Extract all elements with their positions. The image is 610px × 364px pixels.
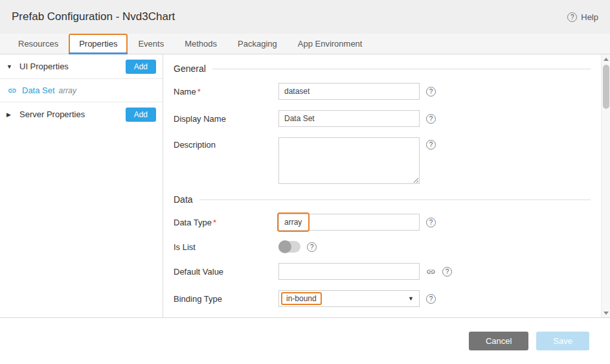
description-textarea[interactable] <box>278 137 420 184</box>
help-icon[interactable]: ? <box>426 114 436 124</box>
field-label: Default Value <box>174 267 278 277</box>
group-label: UI Properties <box>19 62 126 71</box>
field-name: Name* ? <box>174 83 591 100</box>
scroll-up-button[interactable] <box>602 54 610 63</box>
required-asterisk: * <box>198 87 201 97</box>
divider <box>212 69 591 69</box>
tab-properties[interactable]: Properties <box>69 34 128 54</box>
tab-bar: Resources Properties Events Methods Pack… <box>0 34 610 54</box>
bind-property-icon[interactable] <box>426 267 436 277</box>
vertical-scrollbar[interactable] <box>601 54 610 317</box>
tab-app-environment[interactable]: App Environment <box>288 34 373 54</box>
tab-events[interactable]: Events <box>128 34 174 54</box>
cancel-button[interactable]: Cancel <box>469 332 528 350</box>
tab-packaging[interactable]: Packaging <box>227 34 288 54</box>
field-label: Binding Type <box>174 294 278 304</box>
prefab-configuration-window: Prefab Configuration - Nvd3Chart ? Help … <box>0 0 610 364</box>
triangle-up-icon <box>604 58 609 61</box>
label-text: Binding Type <box>174 294 222 304</box>
label-text: Data Type <box>174 218 212 227</box>
group-label: Server Properties <box>19 109 126 119</box>
sidebar-group-server-properties[interactable]: ▶ Server Properties Add <box>0 102 163 126</box>
caret-right-icon: ▶ <box>6 111 14 118</box>
data-type-input[interactable] <box>278 214 420 231</box>
label-text: Default Value <box>174 267 223 277</box>
item-type: array <box>59 86 76 95</box>
help-icon[interactable]: ? <box>307 242 317 252</box>
binding-type-value: in-bound <box>281 292 322 305</box>
divider <box>199 199 591 200</box>
help-icon[interactable]: ? <box>426 218 436 227</box>
field-data-type: Data Type* ? <box>174 214 591 231</box>
display-name-input[interactable] <box>278 110 420 127</box>
tab-methods[interactable]: Methods <box>174 34 227 54</box>
add-ui-property-button[interactable]: Add <box>126 60 156 74</box>
caret-down-icon: ▼ <box>6 63 14 70</box>
scroll-down-button[interactable] <box>602 308 610 317</box>
is-list-toggle[interactable] <box>278 241 300 253</box>
help-icon: ? <box>567 12 577 22</box>
name-input[interactable] <box>278 83 420 100</box>
binding-type-select[interactable]: in-bound ▼ <box>278 290 420 307</box>
section-data: Data <box>174 194 591 205</box>
label-text: Is List <box>174 242 196 252</box>
section-general: General <box>174 63 591 74</box>
content-area: ▼ UI Properties Add Data Set array ▶ Ser… <box>0 54 610 318</box>
help-icon[interactable]: ? <box>426 294 436 304</box>
section-title: General <box>174 63 206 74</box>
default-value-input[interactable] <box>278 263 420 280</box>
field-label: Data Type* <box>174 218 278 227</box>
item-label: Data Set <box>22 85 55 95</box>
dialog-header: Prefab Configuration - Nvd3Chart ? Help <box>0 0 610 34</box>
add-server-property-button[interactable]: Add <box>126 108 156 122</box>
triangle-down-icon <box>604 312 609 315</box>
help-icon[interactable]: ? <box>426 87 436 97</box>
dialog-footer: Cancel Save <box>0 318 610 363</box>
dropdown-caret-icon: ▼ <box>408 295 414 302</box>
label-text: Name <box>174 87 196 97</box>
properties-form: General Name* ? Display Name ? <box>163 54 610 317</box>
page-title: Prefab Configuration - Nvd3Chart <box>12 10 175 23</box>
sidebar-item-data-set[interactable]: Data Set array <box>0 78 163 102</box>
help-label: Help <box>581 12 598 22</box>
sidebar-group-ui-properties[interactable]: ▼ UI Properties Add <box>0 54 163 78</box>
tab-resources[interactable]: Resources <box>8 34 69 54</box>
toggle-knob <box>278 240 291 253</box>
bind-link-icon <box>8 86 17 95</box>
field-is-list: Is List ? <box>174 241 591 253</box>
scrollbar-thumb[interactable] <box>603 65 609 109</box>
save-button[interactable]: Save <box>536 332 589 350</box>
label-text: Display Name <box>174 114 226 124</box>
field-label: Is List <box>174 242 278 252</box>
help-icon[interactable]: ? <box>442 267 452 277</box>
field-label: Name* <box>174 87 278 97</box>
required-asterisk: * <box>213 218 216 227</box>
section-title: Data <box>174 194 193 205</box>
field-display-name: Display Name ? <box>174 110 591 127</box>
field-binding-type: Binding Type in-bound ▼ ? <box>174 290 591 307</box>
field-label: Description <box>174 137 278 150</box>
label-text: Description <box>174 140 216 150</box>
help-icon[interactable]: ? <box>426 140 436 150</box>
sidebar: ▼ UI Properties Add Data Set array ▶ Ser… <box>0 54 163 317</box>
field-default-value: Default Value ? <box>174 263 591 280</box>
field-description: Description ? <box>174 137 591 184</box>
field-label: Display Name <box>174 114 278 124</box>
help-button[interactable]: ? Help <box>567 12 598 22</box>
